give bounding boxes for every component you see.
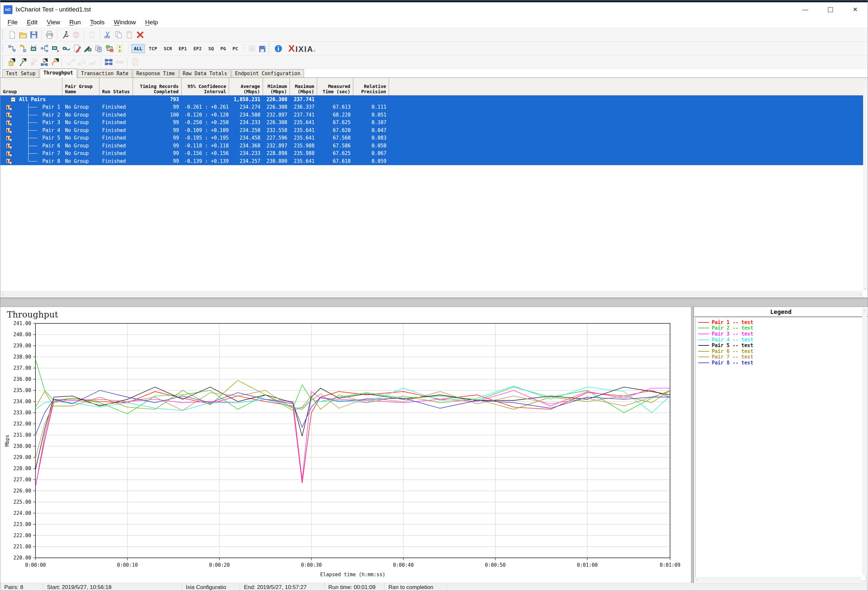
tab-raw-data-totals[interactable]: Raw Data Totals xyxy=(179,69,231,77)
table-row-pair-5[interactable]: Pair 5No GroupFinished99-0.195 : +0.1952… xyxy=(0,134,868,142)
legend-line-swatch xyxy=(698,345,709,346)
add-video-multicast-icon[interactable] xyxy=(50,43,61,54)
legend-item-pair-5[interactable]: Pair 5 -- test xyxy=(698,343,866,349)
add-voip-pair-icon[interactable] xyxy=(18,43,28,54)
column-header-group[interactable]: Group xyxy=(0,78,62,95)
edit-script-icon[interactable] xyxy=(83,43,93,54)
menu-edit[interactable]: Edit xyxy=(22,19,42,26)
delete-icon[interactable] xyxy=(134,29,145,40)
save-config-icon[interactable] xyxy=(257,43,268,54)
open-folder-icon[interactable] xyxy=(18,29,28,40)
column-header-pair-group[interactable]: Pair Group Name xyxy=(62,78,99,95)
run-test-icon[interactable] xyxy=(60,29,71,40)
filter-button-sq[interactable]: SQ xyxy=(205,44,216,53)
run-status-cell: Finished xyxy=(99,112,133,118)
menu-window[interactable]: Window xyxy=(109,19,140,26)
link-pairs-icon[interactable] xyxy=(103,56,114,67)
menu-run[interactable]: Run xyxy=(65,19,86,26)
tab-transaction-rate[interactable]: Transaction Rate xyxy=(77,69,132,77)
table-row-all-pairs[interactable]: −All Pairs7931,858.231226.308237.741 xyxy=(0,96,868,103)
table-row-pair-2[interactable]: Pair 2No GroupFinished100-0.120 : +0.120… xyxy=(0,111,868,119)
add-video-pair-icon[interactable] xyxy=(28,43,39,54)
column-header-relative[interactable]: Relative Precision xyxy=(353,78,389,95)
tab-endpoint-configuration[interactable]: Endpoint Configuration xyxy=(232,69,304,77)
scroll-down-icon[interactable]: ⌄ xyxy=(864,285,867,290)
swap-endpoints-icon[interactable] xyxy=(104,43,115,54)
svg-text:224.00: 224.00 xyxy=(13,510,31,516)
filter-button-ep1[interactable]: EP1 xyxy=(176,44,189,53)
menu-help[interactable]: Help xyxy=(140,19,162,26)
tab-response-time[interactable]: Response Time xyxy=(133,69,178,77)
add-multicast-group-icon[interactable] xyxy=(39,43,50,54)
endpoint-network-icon[interactable] xyxy=(39,56,50,67)
legend-item-pair-6[interactable]: Pair 6 -- test xyxy=(698,349,866,354)
endpoint-phone-icon[interactable] xyxy=(50,56,61,67)
pair-group-cell: No Group xyxy=(62,120,99,126)
table-row-pair-6[interactable]: Pair 6No GroupFinished99-0.118 : +0.1182… xyxy=(0,142,868,150)
menu-file[interactable]: File xyxy=(3,19,22,26)
column-header-timing-records[interactable]: Timing Records Completed xyxy=(133,78,182,95)
legend-scroll-left-icon[interactable]: ‹ xyxy=(696,577,698,582)
copy-icon[interactable] xyxy=(113,29,124,40)
timing-records-cell: 99 xyxy=(133,143,182,149)
cut-icon[interactable] xyxy=(102,29,113,40)
table-row-pair-8[interactable]: Pair 8No GroupFinished99-0.139 : +0.1392… xyxy=(0,157,868,165)
scroll-left-icon[interactable]: ‹ xyxy=(2,292,4,297)
svg-text:225.00: 225.00 xyxy=(13,499,31,505)
legend-horizontal-scrollbar[interactable]: ‹ xyxy=(695,577,861,582)
minimize-button[interactable]: — xyxy=(793,2,818,17)
chart-legend-divider[interactable] xyxy=(691,307,694,583)
edit-pair-icon[interactable] xyxy=(72,43,83,54)
table-row-pair-1[interactable]: Pair 1No GroupFinished99-0.261 : +0.2612… xyxy=(0,103,868,111)
maximize-button[interactable] xyxy=(818,2,843,17)
legend-item-pair-8[interactable]: Pair 8 -- test xyxy=(698,360,866,366)
new-endpoint-list-icon[interactable] xyxy=(7,56,18,67)
tab-throughput[interactable]: Throughput xyxy=(40,69,77,78)
legend-item-pair-4[interactable]: Pair 4 -- test xyxy=(698,337,866,343)
table-horizontal-scrollbar[interactable]: ‹ › xyxy=(0,291,863,297)
column-header-maximum[interactable]: Maximum (Mbps) xyxy=(290,78,317,95)
close-button[interactable]: ✕ xyxy=(843,2,868,17)
column-header-95-confidence[interactable]: 95% Confidence Interval xyxy=(182,78,229,95)
filter-button-pg[interactable]: PG xyxy=(218,44,229,53)
column-header-measured[interactable]: Measured Time (sec) xyxy=(317,78,353,95)
table-vertical-scrollbar[interactable]: ⌃ ⌄ xyxy=(863,78,868,291)
new-document-icon[interactable] xyxy=(7,29,18,40)
menu-tools[interactable]: Tools xyxy=(86,19,109,26)
legend-scroll-up-icon[interactable]: ⌃ xyxy=(863,309,867,314)
table-row-pair-7[interactable]: Pair 7No GroupFinished99-0.156 : +0.1562… xyxy=(0,150,868,158)
replicate-pair-icon[interactable] xyxy=(93,43,104,54)
filter-button-all[interactable]: ALL xyxy=(131,44,145,53)
title-bar[interactable]: IxC IxChariot Test - untitled1.tst — ✕ xyxy=(0,2,868,17)
info-icon[interactable] xyxy=(273,43,283,54)
menu-view[interactable]: View xyxy=(42,19,65,26)
renumber-pairs-icon[interactable]: 12 xyxy=(115,43,126,54)
filter-button-scr[interactable]: SCR xyxy=(161,44,175,53)
add-pair-icon[interactable] xyxy=(7,43,18,54)
precision-cell: 0.107 xyxy=(353,120,389,126)
legend-item-pair-7[interactable]: Pair 7 -- test xyxy=(698,354,866,360)
column-header-run-status[interactable]: Run Status xyxy=(99,78,133,95)
column-header-minimum[interactable]: Minimum (Mbps) xyxy=(263,78,290,95)
save-icon[interactable] xyxy=(28,29,39,40)
scroll-up-icon[interactable]: ⌃ xyxy=(864,78,867,83)
panel-splitter[interactable] xyxy=(0,298,868,307)
scroll-right-icon[interactable]: › xyxy=(859,292,861,297)
legend-item-label: Pair 7 -- test xyxy=(712,354,753,360)
print-icon[interactable] xyxy=(44,29,55,40)
legend-vertical-scrollbar[interactable]: ⌃ xyxy=(862,308,867,575)
filter-button-tcp[interactable]: TCP xyxy=(146,44,159,53)
table-row-pair-4[interactable]: Pair 4No GroupFinished99-0.109 : +0.1092… xyxy=(0,126,868,134)
tab-test-setup[interactable]: Test Setup xyxy=(2,69,39,77)
column-header-average[interactable]: Average (Mbps) xyxy=(229,78,263,95)
add-endpoint-icon[interactable] xyxy=(18,56,28,67)
filter-button-ep2[interactable]: EP2 xyxy=(191,44,204,53)
toolbar-separator xyxy=(244,44,244,53)
collapse-expander-icon[interactable]: − xyxy=(11,97,15,102)
filter-button-pc[interactable]: PC xyxy=(230,44,241,53)
table-row-pair-3[interactable]: Pair 3No GroupFinished99-0.250 : +0.2502… xyxy=(0,119,868,127)
add-hardware-pair-icon[interactable] xyxy=(61,43,72,54)
legend-item-pair-2[interactable]: Pair 2 -- test xyxy=(698,325,866,331)
legend-item-pair-3[interactable]: Pair 3 -- test xyxy=(698,331,866,337)
legend-item-pair-1[interactable]: Pair 1 -- test xyxy=(698,319,866,325)
